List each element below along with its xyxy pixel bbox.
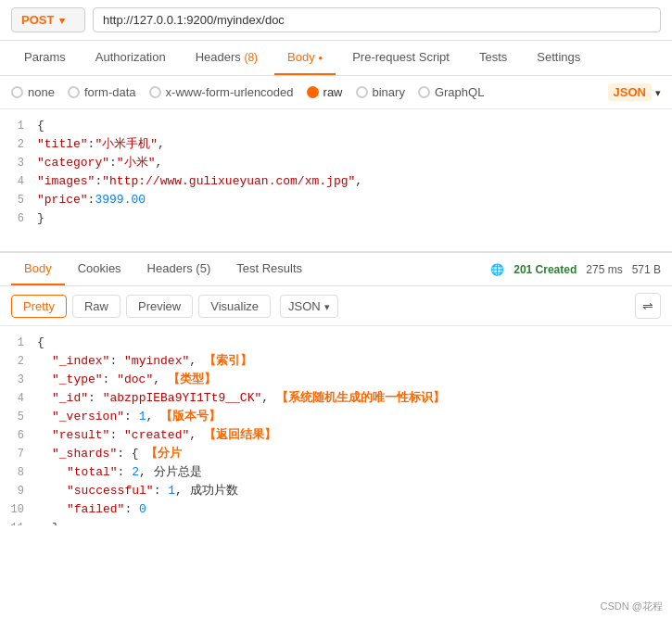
resp-line-6: 6 "result": "created", 【返回结果】	[0, 426, 672, 445]
body-format-bar: none form-data x-www-form-urlencoded raw…	[0, 76, 672, 109]
tab-tests[interactable]: Tests	[466, 41, 520, 75]
response-code-viewer: 1 { 2 "_index": "myindex", 【索引】 3 "_type…	[0, 326, 672, 525]
resp-line-8: 8 "total": 2, 分片总是	[0, 463, 672, 482]
req-line-5: 5 "price":3999.00	[0, 191, 672, 209]
response-tab-bar: Body Cookies Headers (5) Test Results 🌐 …	[0, 253, 672, 286]
resp-preview-btn[interactable]: Preview	[126, 295, 193, 318]
json-format-label: JSON	[608, 83, 652, 101]
tab-body[interactable]: Body ●	[274, 41, 336, 75]
response-time: 275 ms	[586, 263, 622, 276]
radio-urlencoded	[149, 86, 161, 98]
radio-form-data	[68, 86, 80, 98]
watermark: CSDN @花程	[601, 600, 663, 613]
req-line-4: 4 "images":"http://www.gulixueyuan.com/x…	[0, 172, 672, 191]
resp-line-10: 10 "failed": 0	[0, 500, 672, 519]
radio-binary	[356, 86, 368, 98]
resp-line-2: 2 "_index": "myindex", 【索引】	[0, 352, 672, 371]
format-none[interactable]: none	[11, 85, 55, 99]
request-body-editor[interactable]: 1 { 2 "title":"小米手机", 3 "category":"小米",…	[0, 109, 672, 253]
resp-visualize-btn[interactable]: Visualize	[198, 295, 271, 318]
resp-line-1: 1 {	[0, 334, 672, 352]
url-input[interactable]	[93, 7, 661, 32]
resp-line-11: 11 },	[0, 519, 672, 525]
resp-tab-test-results[interactable]: Test Results	[223, 253, 315, 285]
req-line-2: 2 "title":"小米手机",	[0, 135, 672, 154]
tab-settings[interactable]: Settings	[524, 41, 593, 75]
method-label: POST	[21, 13, 54, 27]
resp-format-select[interactable]: JSON	[280, 295, 338, 318]
format-type-selector[interactable]: JSON	[608, 83, 661, 101]
format-graphql[interactable]: GraphQL	[418, 85, 484, 99]
url-bar: POST	[0, 0, 672, 41]
req-line-1: 1 {	[0, 117, 672, 135]
resp-line-4: 4 "_id": "abzppIEBa9YI1Tt9__CK", 【系统随机生成…	[0, 389, 672, 408]
resp-format-label: JSON	[288, 299, 321, 313]
method-dropdown[interactable]: POST	[11, 7, 85, 32]
response-size: 571 B	[632, 263, 661, 276]
status-code: 201 Created	[514, 263, 577, 276]
resp-tab-headers[interactable]: Headers (5)	[134, 253, 224, 285]
tab-params[interactable]: Params	[11, 41, 79, 75]
radio-raw	[307, 86, 319, 98]
filter-icon[interactable]: ⇌	[635, 293, 661, 319]
resp-line-5: 5 "_version": 1, 【版本号】	[0, 408, 672, 426]
globe-icon: 🌐	[490, 263, 504, 276]
resp-tab-body[interactable]: Body	[11, 253, 65, 285]
req-line-6: 6 }	[0, 209, 672, 228]
resp-format-chevron-icon	[324, 299, 330, 313]
radio-graphql	[418, 86, 430, 98]
format-chevron-icon	[655, 85, 661, 99]
format-form-data[interactable]: form-data	[68, 85, 136, 99]
resp-line-9: 9 "successful": 1, 成功片数	[0, 482, 672, 500]
req-line-3: 3 "category":"小米",	[0, 154, 672, 172]
tab-authorization[interactable]: Authorization	[82, 41, 179, 75]
resp-raw-btn[interactable]: Raw	[72, 295, 120, 318]
format-raw[interactable]: raw	[307, 85, 343, 99]
response-status: 🌐 201 Created 275 ms 571 B	[490, 263, 661, 276]
request-tab-nav: Params Authorization Headers (8) Body ● …	[0, 41, 672, 76]
tab-pre-request-script[interactable]: Pre-request Script	[339, 41, 463, 75]
tab-headers[interactable]: Headers (8)	[183, 41, 271, 75]
resp-pretty-btn[interactable]: Pretty	[11, 295, 67, 318]
response-format-bar: Pretty Raw Preview Visualize JSON ⇌	[0, 286, 672, 326]
format-binary[interactable]: binary	[356, 85, 405, 99]
resp-line-7: 7 "_shards": { 【分片	[0, 445, 672, 463]
resp-tab-cookies[interactable]: Cookies	[65, 253, 134, 285]
resp-line-3: 3 "_type": "doc", 【类型】	[0, 371, 672, 389]
response-section: Body Cookies Headers (5) Test Results 🌐 …	[0, 253, 672, 525]
format-urlencoded[interactable]: x-www-form-urlencoded	[149, 85, 294, 99]
method-chevron-icon	[59, 13, 65, 27]
radio-none	[11, 86, 23, 98]
